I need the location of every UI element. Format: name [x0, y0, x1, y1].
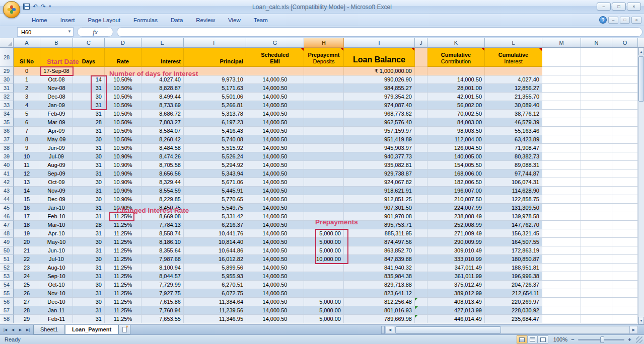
cell-C42[interactable]: 30: [73, 178, 105, 187]
cell-N45[interactable]: [581, 204, 612, 212]
cell-K49[interactable]: 290,009.99: [427, 238, 485, 246]
cell-D52[interactable]: 11.25%: [105, 264, 141, 272]
cell-J39[interactable]: [415, 152, 427, 161]
cell-J55[interactable]: [415, 289, 427, 298]
cell-A43[interactable]: 14: [14, 187, 40, 195]
header-sl-no[interactable]: Sl No: [14, 48, 40, 67]
cell-D47[interactable]: 11.25%: [105, 221, 141, 229]
cell-G54[interactable]: 14,000.50: [246, 281, 304, 289]
zoom-slider[interactable]: [578, 339, 624, 340]
cell-M36[interactable]: [542, 127, 581, 135]
maximize-button[interactable]: □: [612, 3, 626, 11]
cell-F33[interactable]: 5,266.81: [184, 101, 246, 110]
cell-I50[interactable]: 863,852.70: [344, 246, 415, 255]
cell-G50[interactable]: 14,000.50: [246, 246, 304, 255]
cell-J34[interactable]: [415, 110, 427, 118]
cell-G47[interactable]: 14,000.50: [246, 221, 304, 229]
cell-C41[interactable]: 31: [73, 169, 105, 178]
cell-H56[interactable]: 5,000.00: [304, 298, 344, 306]
cell-L50[interactable]: 172,863.19: [485, 246, 542, 255]
cell-A32[interactable]: 3: [14, 93, 40, 101]
cell-N36[interactable]: [581, 127, 612, 135]
ribbon-tab-formulas[interactable]: Formulas: [127, 15, 164, 25]
cell-M35[interactable]: [542, 118, 581, 127]
cell-M54[interactable]: [542, 281, 581, 289]
cell-B44[interactable]: Dec-09: [40, 195, 73, 204]
cell-D41[interactable]: 10.90%: [105, 169, 141, 178]
cell-K52[interactable]: 347,011.49: [427, 264, 485, 272]
page-break-view-button[interactable]: [538, 335, 548, 343]
cell-E37[interactable]: 8,260.42: [141, 135, 184, 144]
cell-K45[interactable]: 224,007.99: [427, 204, 485, 212]
row-header-43[interactable]: 43: [0, 187, 14, 195]
cell-B35[interactable]: Mar-09: [40, 118, 73, 127]
cell-K31[interactable]: 28,001.00: [427, 84, 485, 93]
cell-L46[interactable]: 139,978.58: [485, 212, 542, 221]
cell-N33[interactable]: [581, 101, 612, 110]
cell-A34[interactable]: 5: [14, 110, 40, 118]
normal-view-button[interactable]: [517, 335, 527, 343]
row-header-51[interactable]: 51: [0, 255, 14, 264]
cell-C47[interactable]: 28: [73, 221, 105, 229]
cell-D40[interactable]: 10.90%: [105, 161, 141, 169]
cell-F51[interactable]: 16,012.82: [184, 255, 246, 264]
cell-D39[interactable]: 10.90%: [105, 152, 141, 161]
cell-D51[interactable]: 11.25%: [105, 255, 141, 264]
row-header-34[interactable]: 34: [0, 110, 14, 118]
header-cumulative-contribution[interactable]: Cumulative Contribution: [427, 48, 485, 67]
ribbon-tab-review[interactable]: Review: [189, 15, 222, 25]
cell-F39[interactable]: 5,526.24: [184, 152, 246, 161]
cell-B38[interactable]: Jun-09: [40, 144, 73, 152]
office-button[interactable]: [3, 1, 20, 18]
cell-G53[interactable]: 14,000.50: [246, 272, 304, 281]
cell-N53[interactable]: [581, 272, 612, 281]
row-header-36[interactable]: 36: [0, 127, 14, 135]
cell-G56[interactable]: 14,000.50: [246, 298, 304, 306]
cell-C39[interactable]: 30: [73, 152, 105, 161]
name-box[interactable]: H60 ▼: [17, 27, 74, 37]
cell-L52[interactable]: 188,951.81: [485, 264, 542, 272]
cell-H45[interactable]: [304, 204, 344, 212]
column-header-L[interactable]: L: [485, 38, 542, 48]
column-header-N[interactable]: N: [581, 38, 612, 48]
formula-input[interactable]: [117, 27, 642, 37]
cell-M39[interactable]: [542, 152, 581, 161]
cell-F57[interactable]: 11,239.56: [184, 306, 246, 315]
cell-B39[interactable]: Jul-09: [40, 152, 73, 161]
cell-L55[interactable]: 212,654.11: [485, 289, 542, 298]
cell-B37[interactable]: May-09: [40, 135, 73, 144]
cell-J41[interactable]: [415, 169, 427, 178]
cell-I58[interactable]: 789,669.98: [344, 315, 415, 323]
cell-D33[interactable]: 10.50%: [105, 101, 141, 110]
cell-L43[interactable]: 114,628.90: [485, 187, 542, 195]
cell-I34[interactable]: 968,773.62: [344, 110, 415, 118]
first-sheet-button[interactable]: |◀: [2, 326, 9, 333]
cell-O31[interactable]: [612, 84, 638, 93]
cell-O38[interactable]: [612, 144, 638, 152]
row-header-30[interactable]: 30: [0, 75, 14, 84]
cell-N55[interactable]: [581, 289, 612, 298]
cell-G33[interactable]: 14,000.50: [246, 101, 304, 110]
cell-D55[interactable]: 11.25%: [105, 289, 141, 298]
column-header-M[interactable]: M: [542, 38, 581, 48]
row-header-55[interactable]: 55: [0, 289, 14, 298]
cell-C40[interactable]: 31: [73, 161, 105, 169]
cell-B45[interactable]: Jan-10: [40, 204, 73, 212]
cell-E48[interactable]: 8,558.74: [141, 229, 184, 238]
cell-N32[interactable]: [581, 93, 612, 101]
cell-H57[interactable]: 5,000.00: [304, 306, 344, 315]
cell-B30[interactable]: Oct-08: [40, 75, 73, 84]
cell-O45[interactable]: [612, 204, 638, 212]
cell-J51[interactable]: [415, 255, 427, 264]
cell-F32[interactable]: 5,501.06: [184, 93, 246, 101]
row-header-52[interactable]: 52: [0, 264, 14, 272]
zoom-in-button[interactable]: +: [626, 336, 633, 342]
cell-N41[interactable]: [581, 169, 612, 178]
cell-O46[interactable]: [612, 212, 638, 221]
cell-O36[interactable]: [612, 127, 638, 135]
cell-H41[interactable]: [304, 169, 344, 178]
scroll-right-icon[interactable]: ▶: [629, 326, 638, 334]
horizontal-scrollbar[interactable]: ◀ ▶: [381, 326, 638, 334]
cell-M45[interactable]: [542, 204, 581, 212]
cell-L38[interactable]: 71,908.47: [485, 144, 542, 152]
